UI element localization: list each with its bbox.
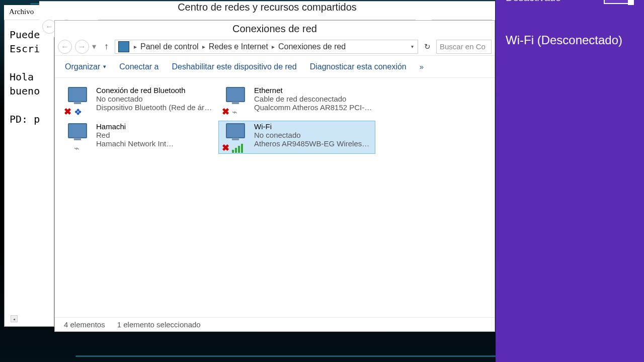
connection-item[interactable]: ✖Wi-FiNo conectadoAtheros AR9485WB-EG Wi… bbox=[219, 121, 375, 153]
chevron-right-icon[interactable] bbox=[201, 43, 207, 50]
breadcrumb[interactable]: Panel de control bbox=[140, 42, 199, 51]
wifi-section-header[interactable]: Wi-Fi (Desconectado) bbox=[506, 33, 634, 47]
window-title: Centro de redes y recursos compartidos bbox=[39, 2, 495, 18]
back-button[interactable]: ← bbox=[58, 40, 72, 54]
connection-item[interactable]: ✖❖Conexión de red BluetoothNo conectadoD… bbox=[61, 85, 217, 117]
ethernet-icon: ⌁ bbox=[74, 143, 88, 153]
organize-menu[interactable]: Organizar ▾ bbox=[65, 62, 106, 71]
connection-item[interactable]: ⌁HamachiRedHamachi Network Int… bbox=[61, 121, 217, 153]
breadcrumb[interactable]: Redes e Internet bbox=[209, 42, 268, 51]
item-count: 4 elementos bbox=[64, 320, 105, 329]
search-input[interactable]: Buscar en Co bbox=[436, 40, 492, 54]
error-icon: ✖ bbox=[222, 106, 231, 115]
connection-status: No conectado bbox=[96, 95, 215, 103]
chevron-down-icon: ▾ bbox=[103, 63, 106, 70]
error-icon: ✖ bbox=[222, 142, 231, 151]
connection-device: Atheros AR9485WB-EG Wireless N… bbox=[254, 139, 373, 148]
address-bar[interactable]: Panel de control Redes e Internet Conexi… bbox=[115, 40, 418, 54]
connection-name: Ethernet bbox=[254, 86, 373, 95]
history-dropdown[interactable]: ▾ bbox=[92, 42, 96, 51]
error-icon: ✖ bbox=[64, 106, 73, 115]
connection-device: Hamachi Network Int… bbox=[96, 139, 215, 148]
forward-button[interactable]: → bbox=[75, 40, 89, 54]
control-panel-icon bbox=[118, 41, 129, 52]
menu-file[interactable]: Archivo bbox=[9, 8, 34, 17]
notepad-window[interactable]: Archivo Edición Formato Ver Ayuda Puede … bbox=[4, 5, 54, 327]
scroll-left-button[interactable]: ◂ bbox=[11, 315, 18, 322]
chevron-right-icon[interactable] bbox=[270, 43, 276, 50]
up-button[interactable]: ↑ bbox=[104, 41, 109, 52]
connection-name: Hamachi bbox=[96, 122, 215, 131]
window-title: Conexiones de red bbox=[55, 21, 495, 38]
svg-rect-1 bbox=[235, 148, 237, 153]
adapter-icon: ✖⌁ bbox=[221, 86, 249, 116]
svg-rect-2 bbox=[238, 146, 240, 153]
diagnose-connection-button[interactable]: Diagnosticar esta conexión bbox=[310, 62, 407, 71]
adapter-icon: ✖❖ bbox=[63, 86, 91, 116]
disable-device-button[interactable]: Deshabilitar este dispositivo de red bbox=[172, 62, 297, 71]
chevron-right-icon[interactable] bbox=[132, 43, 138, 50]
adapter-icon: ⌁ bbox=[63, 122, 91, 152]
airplane-mode-toggle[interactable] bbox=[604, 0, 634, 4]
ethernet-icon: ⌁ bbox=[232, 107, 246, 117]
organize-label: Organizar bbox=[65, 62, 100, 71]
connection-status: Cable de red desconectado bbox=[254, 95, 373, 103]
connection-status: Red bbox=[96, 131, 215, 139]
overflow-button[interactable]: » bbox=[420, 62, 424, 71]
svg-rect-3 bbox=[241, 144, 243, 153]
breadcrumb[interactable]: Conexiones de red bbox=[278, 42, 346, 51]
connection-name: Conexión de red Bluetooth bbox=[96, 86, 215, 95]
bluetooth-icon: ❖ bbox=[74, 107, 88, 117]
decor-line bbox=[75, 355, 528, 357]
selection-count: 1 elemento seleccionado bbox=[117, 320, 201, 329]
connection-device: Dispositivo Bluetooth (Red de áre… bbox=[96, 103, 215, 112]
status-bar: 4 elementos 1 elemento seleccionado bbox=[55, 317, 495, 331]
address-dropdown[interactable]: ▾ bbox=[409, 44, 416, 49]
svg-rect-0 bbox=[232, 150, 234, 153]
airplane-mode-state: Desactivado bbox=[506, 0, 561, 4]
connection-status: No conectado bbox=[254, 131, 373, 139]
connect-to-button[interactable]: Conectar a bbox=[119, 62, 158, 71]
connection-item[interactable]: ✖⌁EthernetCable de red desconectadoQualc… bbox=[219, 85, 375, 117]
adapter-icon: ✖ bbox=[221, 122, 249, 152]
networks-charm-panel[interactable]: Desactivado Wi-Fi (Desconectado) bbox=[496, 0, 644, 362]
connection-name: Wi-Fi bbox=[254, 122, 373, 131]
wifi-bars-icon bbox=[232, 143, 246, 153]
refresh-button[interactable]: ↻ bbox=[421, 41, 433, 53]
network-connections-window[interactable]: Conexiones de red ← → ▾ ↑ Panel de contr… bbox=[54, 20, 495, 332]
connection-device: Qualcomm Atheros AR8152 PCI-E… bbox=[254, 103, 373, 112]
connection-list: ✖❖Conexión de red BluetoothNo conectadoD… bbox=[55, 78, 495, 317]
command-bar: Organizar ▾ Conectar a Deshabilitar este… bbox=[55, 56, 495, 78]
